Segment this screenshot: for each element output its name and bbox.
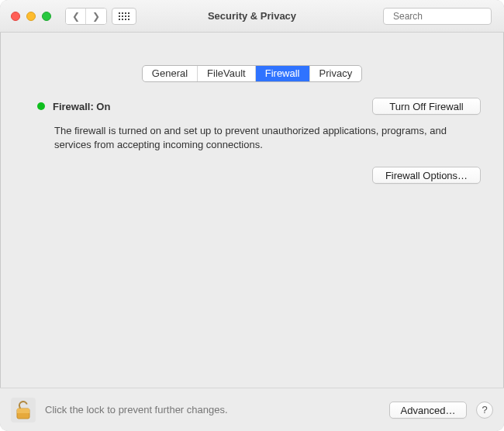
firewall-status-row: Firewall: On Turn Off Firewall [19, 98, 485, 115]
chevron-left-icon: ❮ [72, 11, 80, 22]
lock-button[interactable] [11, 398, 36, 422]
tab-firewall-label: Firewall [265, 66, 300, 81]
preferences-window: ❮ ❯ Security & Privacy General FileVault… [0, 0, 504, 431]
toolbar-nav: ❮ ❯ [65, 8, 136, 25]
forward-button[interactable]: ❯ [86, 9, 106, 24]
advanced-button[interactable]: Advanced… [389, 402, 467, 419]
nav-back-forward: ❮ ❯ [65, 8, 107, 25]
back-button[interactable]: ❮ [66, 9, 86, 24]
turn-off-wrap: Turn Off Firewall [372, 98, 481, 115]
tab-filevault[interactable]: FileVault [198, 66, 256, 81]
svg-rect-3 [17, 409, 29, 413]
footer: Click the lock to prevent further change… [0, 388, 504, 431]
unlocked-lock-icon [15, 400, 32, 420]
window-controls [11, 12, 51, 21]
pane-content: General FileVault Firewall Privacy Firew… [0, 33, 504, 388]
tab-firewall[interactable]: Firewall [256, 66, 310, 81]
tab-general[interactable]: General [143, 66, 198, 81]
turn-off-firewall-button[interactable]: Turn Off Firewall [372, 98, 481, 115]
status-indicator-icon [37, 102, 45, 110]
options-row: Firewall Options… [19, 167, 481, 184]
firewall-description: The firewall is turned on and set up to … [54, 124, 462, 151]
firewall-status-label: Firewall: On [53, 101, 110, 112]
firewall-options-button[interactable]: Firewall Options… [372, 167, 481, 184]
tab-general-label: General [152, 66, 188, 81]
lock-hint-label: Click the lock to prevent further change… [45, 404, 228, 415]
tab-segmented-control: General FileVault Firewall Privacy [142, 65, 362, 82]
minimize-window-button[interactable] [26, 12, 36, 21]
tab-filevault-label: FileVault [207, 66, 246, 81]
show-all-button[interactable] [112, 8, 136, 25]
tab-privacy[interactable]: Privacy [310, 66, 362, 81]
titlebar: ❮ ❯ Security & Privacy [0, 0, 504, 33]
close-window-button[interactable] [11, 12, 20, 21]
fullscreen-window-button[interactable] [42, 12, 51, 21]
help-button[interactable]: ? [476, 402, 493, 419]
help-icon: ? [482, 404, 487, 415]
grid-icon [119, 12, 129, 20]
tab-bar: General FileVault Firewall Privacy [19, 65, 485, 82]
footer-right: Advanced… ? [389, 402, 493, 419]
search-input[interactable] [393, 11, 504, 22]
tab-privacy-label: Privacy [319, 66, 353, 81]
search-field[interactable] [383, 8, 492, 25]
chevron-right-icon: ❯ [92, 11, 100, 22]
